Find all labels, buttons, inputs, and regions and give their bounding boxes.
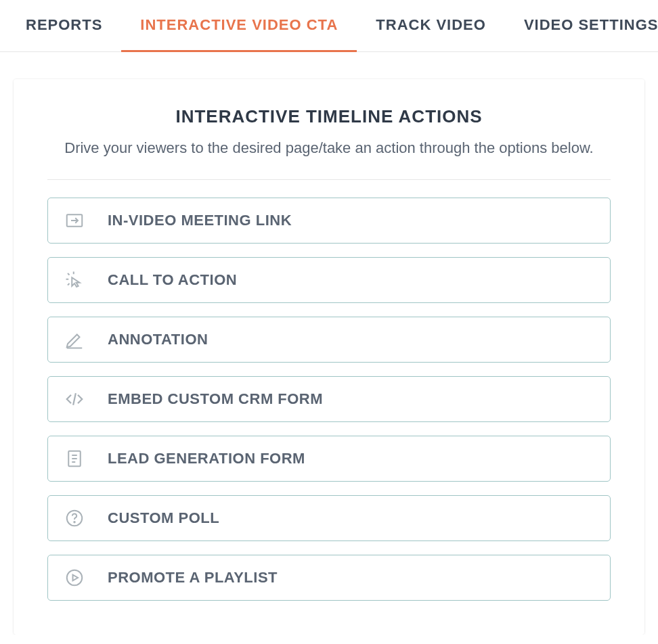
action-call-to-action[interactable]: CALL TO ACTION: [47, 257, 611, 303]
panel-title: INTERACTIVE TIMELINE ACTIONS: [47, 106, 611, 127]
panel-subtitle: Drive your viewers to the desired page/t…: [47, 137, 611, 159]
action-label: EMBED CUSTOM CRM FORM: [108, 390, 323, 408]
form-icon: [63, 447, 86, 470]
code-icon: [63, 388, 86, 411]
action-in-video-meeting-link[interactable]: IN-VIDEO MEETING LINK: [47, 198, 611, 244]
question-circle-icon: [63, 507, 86, 530]
action-label: LEAD GENERATION FORM: [108, 450, 305, 467]
action-promote-a-playlist[interactable]: PROMOTE A PLAYLIST: [47, 555, 611, 601]
tab-interactive-video-cta[interactable]: INTERACTIVE VIDEO CTA: [121, 0, 357, 51]
action-label: IN-VIDEO MEETING LINK: [108, 212, 292, 229]
action-annotation[interactable]: ANNOTATION: [47, 317, 611, 363]
divider: [47, 179, 611, 180]
play-circle-icon: [63, 566, 86, 589]
svg-line-2: [68, 273, 70, 275]
svg-point-13: [74, 522, 75, 523]
svg-line-5: [68, 283, 70, 285]
tab-reports[interactable]: REPORTS: [7, 0, 121, 51]
action-embed-custom-crm-form[interactable]: EMBED CUSTOM CRM FORM: [47, 376, 611, 422]
timeline-actions-card: INTERACTIVE TIMELINE ACTIONS Drive your …: [14, 79, 644, 635]
cursor-click-icon: [63, 269, 86, 292]
action-label: PROMOTE A PLAYLIST: [108, 569, 278, 586]
arrow-box-icon: [63, 209, 86, 232]
action-label: ANNOTATION: [108, 331, 208, 348]
action-label: CUSTOM POLL: [108, 509, 219, 527]
tab-track-video[interactable]: TRACK VIDEO: [357, 0, 505, 51]
svg-marker-15: [73, 575, 79, 581]
svg-point-14: [67, 570, 83, 586]
svg-line-7: [73, 393, 76, 405]
pencil-icon: [63, 328, 86, 351]
action-list: IN-VIDEO MEETING LINK CALL TO ACTION: [47, 198, 611, 601]
action-lead-generation-form[interactable]: LEAD GENERATION FORM: [47, 436, 611, 482]
tab-video-settings[interactable]: VIDEO SETTINGS: [505, 0, 658, 51]
action-label: CALL TO ACTION: [108, 271, 237, 289]
action-custom-poll[interactable]: CUSTOM POLL: [47, 495, 611, 541]
tab-bar: REPORTS INTERACTIVE VIDEO CTA TRACK VIDE…: [0, 0, 658, 52]
